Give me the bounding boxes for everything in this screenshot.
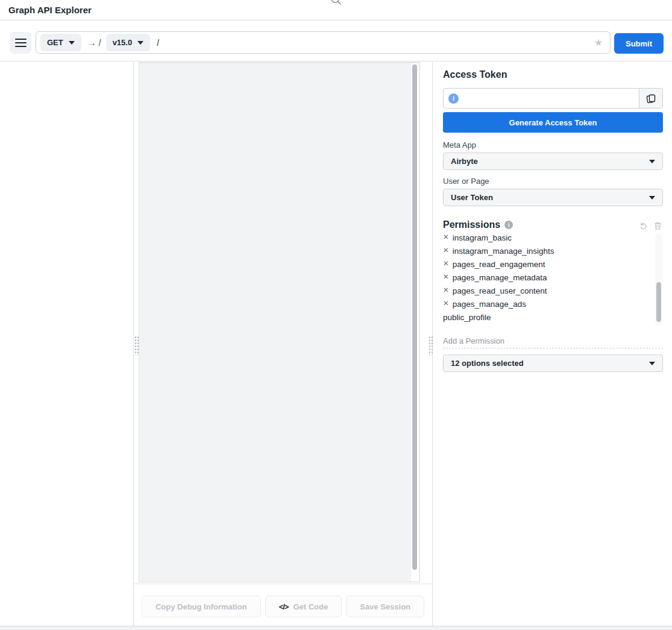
submit-button[interactable]: Submit [614,33,664,54]
permission-label: pages_read_user_content [453,286,547,295]
get-code-button[interactable]: </> Get Code [265,596,342,617]
permissions-info-icon[interactable]: i [504,221,513,229]
access-token-row: i [443,88,663,109]
meta-app-select[interactable]: Airbyte [443,153,663,170]
permission-row: public_profile [443,310,663,324]
left-resize-handle[interactable] [134,336,139,355]
version-label: v15.0 [113,38,133,47]
code-icon: </> [279,602,289,611]
remove-permission-icon[interactable]: ✕ [443,274,449,281]
app-header: Graph API Explorer [0,0,672,20]
left-panel [0,62,133,626]
hamburger-icon [15,39,27,47]
search-icon[interactable] [329,0,344,8]
trash-icon[interactable] [653,221,662,230]
token-info-icon[interactable]: i [448,93,459,104]
access-token-field[interactable]: i [444,89,639,108]
page-title: Graph API Explorer [8,5,92,15]
request-bar: GET → / v15.0 / ★ [36,31,611,54]
permission-label: pages_manage_metadata [453,273,547,282]
meta-app-label: Meta App [443,140,663,150]
version-dropdown[interactable]: v15.0 [106,34,151,51]
remove-permission-icon[interactable]: ✕ [443,260,449,268]
canvas-scrollbar-thumb[interactable] [412,65,417,570]
chevron-down-icon [649,160,655,163]
bottom-edge-strip [0,626,672,630]
permissions-tools [639,221,662,230]
generate-token-button[interactable]: Generate Access Token [443,112,663,133]
canvas-scrollbar[interactable] [411,63,419,581]
copy-debug-button[interactable]: Copy Debug Information [142,596,261,617]
undo-icon[interactable] [639,221,648,230]
save-session-button[interactable]: Save Session [346,596,424,617]
remove-permission-icon[interactable]: ✕ [443,234,449,241]
request-arrow-icon: → [87,37,96,48]
right-resize-handle[interactable] [429,336,433,355]
path-input[interactable]: / [157,38,594,48]
method-dropdown[interactable]: GET [40,34,81,51]
response-canvas [139,62,420,582]
access-token-heading: Access Token [443,69,663,80]
remove-permission-icon[interactable]: ✕ [443,247,449,254]
permission-label: public_profile [443,313,491,322]
permission-label: pages_read_engagement [453,260,545,269]
permission-row: ✕ pages_manage_metadata [443,271,663,284]
remove-permission-icon[interactable]: ✕ [443,287,449,294]
add-permission-underline [443,348,663,348]
user-or-page-label: User or Page [443,177,663,186]
remove-permission-icon[interactable]: ✕ [443,300,449,307]
chevron-down-icon [137,41,143,45]
permissions-select[interactable]: 12 options selected [443,354,663,372]
permissions-selected-summary: 12 options selected [451,359,524,368]
favorite-star-icon[interactable]: ★ [594,37,603,48]
left-panel-divider [133,62,134,626]
permission-row: ✕ instagram_basic [443,234,663,244]
permissions-list: ✕ instagram_basic ✕ instagram_manage_ins… [443,234,663,326]
get-code-label: Get Code [293,602,328,611]
save-session-label: Save Session [360,602,410,611]
copy-token-button[interactable] [639,89,662,108]
permissions-scrollbar-thumb[interactable] [656,282,661,322]
method-label: GET [47,38,63,47]
graph-api-explorer-app: Graph API Explorer GET → / v15.0 / ★ Sub… [0,0,672,630]
copy-icon [645,93,656,104]
permission-label: instagram_manage_insights [453,247,554,256]
add-permission-input[interactable]: Add a Permission [443,336,663,345]
meta-app-value: Airbyte [451,157,478,166]
permissions-scrollbar[interactable] [655,234,662,326]
permission-row: ✕ pages_manage_ads [443,297,663,310]
user-or-page-value: User Token [451,193,493,202]
menu-button[interactable] [10,32,31,54]
permission-row: ✕ pages_read_user_content [443,284,663,297]
request-toolbar: GET → / v15.0 / ★ Submit [0,20,672,61]
copy-debug-label: Copy Debug Information [155,602,247,611]
permissions-heading: Permissions [443,219,500,230]
session-footer: Copy Debug Information </> Get Code Save… [134,584,432,626]
permission-row: ✕ instagram_manage_insights [443,244,663,257]
permissions-header: Permissions i [443,219,663,230]
permission-row: ✕ pages_read_engagement [443,257,663,271]
permission-label: instagram_basic [453,234,512,242]
permission-label: pages_manage_ads [453,300,526,309]
chevron-down-icon [649,362,655,365]
chevron-down-icon [649,196,655,200]
access-token-panel: Access Token i Generate Access Token Met… [433,62,672,582]
chevron-down-icon [69,41,75,45]
user-or-page-select[interactable]: User Token [443,189,663,206]
path-separator: / [99,38,101,48]
